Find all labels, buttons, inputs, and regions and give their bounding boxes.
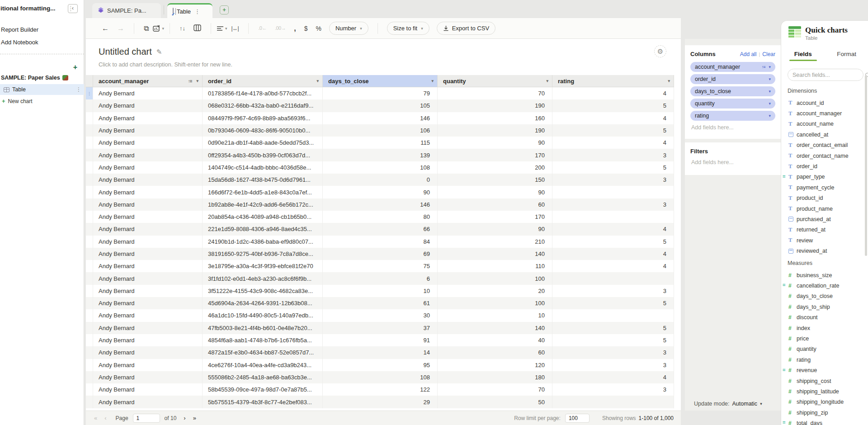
- dimension-field-order_id[interactable]: Torder_id: [781, 161, 868, 171]
- measure-field-discount[interactable]: #discount: [781, 312, 868, 323]
- dimension-field-account_manager[interactable]: Taccount_manager: [781, 108, 868, 118]
- undo-button[interactable]: ←: [102, 25, 109, 32]
- table-row[interactable]: Andy Bernard58b45539-09ce-497a-98d7-0e7a…: [86, 383, 674, 396]
- row-drag-handle[interactable]: ⋮: [86, 87, 93, 99]
- dimension-field-payment_cycle[interactable]: Tpayment_cycle: [781, 182, 868, 193]
- search-fields-box[interactable]: [788, 69, 863, 81]
- table-row[interactable]: ⋮Andy Bernard01783856-f14e-4178-a0bd-577…: [86, 87, 674, 99]
- dimension-field-purchased_at[interactable]: purchased_at: [781, 214, 868, 224]
- dimension-field-review[interactable]: Treview: [781, 235, 868, 246]
- export-csv-button[interactable]: Export to CSV: [437, 22, 495, 35]
- table-row[interactable]: Andy Bernard20ab854a-c436-4089-a948-cb1b…: [86, 211, 674, 223]
- column-header-order_id[interactable]: order_id▾: [203, 75, 323, 87]
- dimension-field-returned_at[interactable]: Treturned_at: [781, 225, 868, 235]
- add-all-link[interactable]: Add all: [740, 51, 757, 57]
- column-pill-quantity[interactable]: quantity▾: [690, 99, 775, 109]
- dimension-field-order_contact_email[interactable]: Torder_contact_email: [781, 140, 868, 151]
- sidebar-item-table-chart[interactable]: Table ⋮: [0, 84, 84, 95]
- measure-field-business_size[interactable]: #business_size: [781, 270, 868, 280]
- dimension-field-order_contact_name[interactable]: Torder_contact_name: [781, 151, 868, 161]
- dimension-field-product_name[interactable]: Tproduct_name: [781, 203, 868, 214]
- manage-columns-button[interactable]: [193, 24, 201, 33]
- chevron-down-icon[interactable]: ▾: [760, 401, 762, 406]
- measure-field-days_to_close[interactable]: #days_to_close: [781, 291, 868, 302]
- columns-drop-placeholder[interactable]: Add fields here...: [691, 124, 775, 131]
- text-align-menu[interactable]: ▾: [217, 26, 227, 31]
- tab-fields[interactable]: Fields: [781, 49, 825, 61]
- column-header-days_to_close[interactable]: days_to_close▾: [323, 75, 438, 87]
- table-row[interactable]: Andy Bernard0d90e21a-db1f-4ab8-aade-5ded…: [86, 137, 674, 149]
- column-pill-order_id[interactable]: order_id▾: [690, 74, 775, 84]
- filters-drop-placeholder[interactable]: Add fields here...: [691, 159, 775, 165]
- fields-scrollbar[interactable]: [865, 75, 867, 256]
- sidebar-item-report-builder[interactable]: Report Builder: [1, 26, 78, 33]
- pill-menu-caret-icon[interactable]: ▾: [769, 65, 771, 69]
- measure-field-shipping_longitude[interactable]: #shipping_longitude: [781, 397, 868, 407]
- pill-menu-caret-icon[interactable]: ▾: [769, 113, 771, 118]
- column-pill-rating[interactable]: rating▾: [690, 111, 775, 121]
- dimension-field-account_id[interactable]: Taccount_id: [781, 98, 868, 108]
- column-pill-account_manager[interactable]: account_manager↑≡▾: [690, 62, 775, 72]
- new-tab-button[interactable]: +: [220, 5, 229, 14]
- table-row[interactable]: Andy Bernard555086b2-2485-4a18-ae68-ba63…: [86, 371, 674, 383]
- table-row[interactable]: Andy Bernard0b793046-0609-483c-86f6-9050…: [86, 124, 674, 137]
- measure-field-cancellation_rate[interactable]: =#cancellation_rate: [781, 280, 868, 291]
- row-limit-input[interactable]: [565, 414, 590, 423]
- update-mode-dropdown[interactable]: Automatic: [732, 401, 758, 407]
- add-workbook-button[interactable]: +: [73, 63, 77, 71]
- chart-settings-button[interactable]: ⚙: [654, 45, 666, 57]
- column-header-account_manager[interactable]: account_manager↑≡▾: [93, 75, 203, 87]
- thousands-separator-button[interactable]: ,: [294, 25, 296, 32]
- table-row[interactable]: Andy Bernard3e18795e-a30a-4c3f-9f39-ebfc…: [86, 260, 674, 272]
- table-row[interactable]: Andy Bernard3f51222e-4155-43c9-908c-4682…: [86, 285, 674, 297]
- measure-field-shipping_zip[interactable]: #shipping_zip: [781, 407, 868, 418]
- column-header-rating[interactable]: rating▾: [552, 75, 674, 87]
- search-fields-input[interactable]: [793, 72, 865, 78]
- tab-sample-paper-sales[interactable]: SAMPLE: Pa...: [92, 3, 161, 18]
- table-row[interactable]: Andy Bernard084497f9-f967-4c69-8b89-aba5…: [86, 112, 674, 124]
- currency-format-button[interactable]: $: [304, 25, 308, 32]
- last-page-button[interactable]: »: [193, 415, 196, 421]
- measure-field-shipping_cost[interactable]: #shipping_cost: [781, 376, 868, 386]
- chart-description-placeholder[interactable]: Click to add chart description. Shift-en…: [99, 61, 232, 68]
- number-format-dropdown[interactable]: Number ▾: [329, 22, 368, 35]
- sidebar-item-add-notebook[interactable]: Add Notebook: [1, 39, 78, 46]
- measure-field-shipping_latitude[interactable]: #shipping_latitude: [781, 386, 868, 397]
- table-row[interactable]: Andy Bernard068e0312-66bb-432a-bab0-e211…: [86, 99, 674, 112]
- percent-format-button[interactable]: %: [316, 25, 321, 32]
- measure-field-price[interactable]: #price: [781, 333, 868, 344]
- dimension-field-paper_type[interactable]: =Tpaper_type: [781, 172, 868, 182]
- table-row[interactable]: Andy Bernard24190b1d-1d2c-4386-baba-ef9d…: [86, 236, 674, 248]
- measure-field-quantity[interactable]: #quantity: [781, 344, 868, 354]
- dimension-field-product_id[interactable]: Tproduct_id: [781, 193, 868, 203]
- table-row[interactable]: Andy Bernard47fb5003-8e21-4f4b-b601-0e48…: [86, 322, 674, 334]
- table-row[interactable]: Andy Bernard221e1d59-8088-4306-a946-8aed…: [86, 223, 674, 235]
- column-menu-caret-icon[interactable]: ▾: [316, 79, 319, 83]
- column-header-quantity[interactable]: quantity▾: [438, 75, 552, 87]
- column-menu-caret-icon[interactable]: ▾: [668, 79, 670, 83]
- table-row[interactable]: Andy Bernard4ce6276f-10a4-40ea-a4fe-cd3a…: [86, 359, 674, 371]
- column-pill-days_to_close[interactable]: days_to_close▾: [690, 86, 775, 96]
- next-page-button[interactable]: ›: [184, 415, 185, 421]
- column-width-button[interactable]: |↔|: [231, 26, 239, 31]
- column-menu-caret-icon[interactable]: ▾: [546, 79, 548, 83]
- sort-rows-button[interactable]: ↑↓: [179, 25, 185, 31]
- tab-table[interactable]: ✓ Table ⋮: [167, 3, 212, 18]
- table-row[interactable]: Andy Bernard45d6904a-2634-4264-9391-12b6…: [86, 297, 674, 309]
- measure-field-days_to_ship[interactable]: #days_to_ship: [781, 302, 868, 312]
- page-number-input[interactable]: [133, 414, 160, 423]
- new-chart-button[interactable]: + New chart: [2, 98, 33, 104]
- dimension-field-reviewed_at[interactable]: reviewed_at: [781, 246, 868, 256]
- workbook-item[interactable]: SAMPLE: Paper Sales: [1, 75, 68, 81]
- measure-field-total_days[interactable]: =#total_days: [781, 418, 868, 425]
- measure-field-revenue[interactable]: =#revenue: [781, 365, 868, 376]
- table-row[interactable]: Andy Bernard0ff29354-a4b3-450b-b399-0cf0…: [86, 149, 674, 161]
- chart-type-menu[interactable]: ▾: [153, 25, 164, 32]
- pill-menu-caret-icon[interactable]: ▾: [769, 101, 771, 106]
- column-menu-caret-icon[interactable]: ▾: [196, 79, 198, 83]
- table-row[interactable]: Andy Bernard166d6f72-6e1b-4dd5-a1e8-843c…: [86, 186, 674, 198]
- clear-link[interactable]: Clear: [762, 51, 775, 57]
- table-row[interactable]: Andy Bernard46a1dc10-15fd-4490-80c5-140a…: [86, 309, 674, 321]
- table-row[interactable]: Andy Bernard15da56d8-1627-4f38-b475-0d6d…: [86, 174, 674, 186]
- tab-format[interactable]: Format: [825, 49, 868, 61]
